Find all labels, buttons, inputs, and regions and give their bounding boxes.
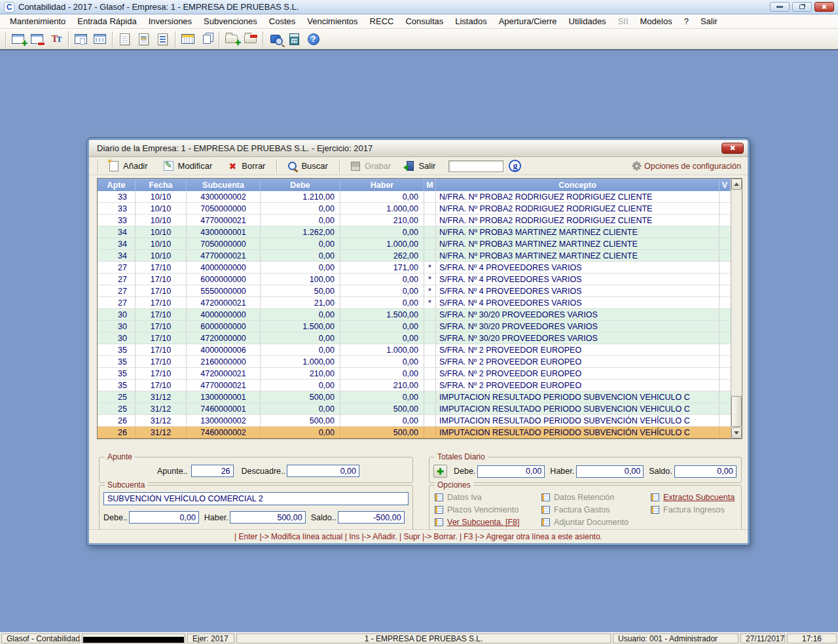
menu-item[interactable]: Salir	[695, 14, 723, 28]
table-row[interactable]: 30 17/10 4720000000 0,00 0,00 S/FRA. Nº …	[98, 332, 731, 344]
apunte-input[interactable]	[191, 465, 234, 477]
table-row[interactable]: 25 31/12 1300000001 500,00 0,00 IMPUTACI…	[98, 391, 731, 403]
option-item[interactable]: Plazos Vencimiento	[435, 503, 541, 516]
document-list-icon[interactable]	[115, 30, 134, 48]
scroll-down-button[interactable]	[731, 427, 742, 438]
config-options-button[interactable]: Opciones de configuración	[633, 162, 741, 171]
table-row[interactable]: 35 17/10 4770000021 0,00 210,00 S/FRA. N…	[98, 380, 731, 391]
modify-button[interactable]: Modificar	[156, 158, 221, 174]
column-header-m[interactable]: M	[424, 179, 436, 191]
table-row[interactable]: 26 31/12 1300000002 500,00 0,00 IMPUTACI…	[98, 415, 731, 427]
close-button[interactable]: ✖	[814, 2, 834, 12]
column-header-haber[interactable]: Haber	[340, 179, 424, 191]
window-document-icon[interactable]	[71, 30, 90, 48]
menu-item[interactable]: Apertura/Cierre	[493, 14, 563, 28]
column-header-concepto[interactable]: Concepto	[436, 179, 720, 191]
option-item[interactable]: Ver Subcuenta. [F8]	[435, 516, 541, 528]
table-row[interactable]: 26 31/12 7460000002 0,00 500,00 IMPUTACI…	[98, 427, 731, 438]
table-row[interactable]: 35 17/10 4720000021 210,00 0,00 S/FRA. N…	[98, 368, 731, 380]
table-row[interactable]: 34 10/10 7050000000 0,00 1.000,00 N/FRA.…	[98, 238, 731, 250]
table-row[interactable]: 34 10/10 4770000021 0,00 262,00 N/FRA. N…	[98, 250, 731, 262]
copy-icon[interactable]	[197, 30, 216, 48]
menu-item[interactable]: Utilidades	[563, 14, 612, 28]
quick-search-box[interactable]	[448, 160, 503, 172]
menu-item[interactable]: SII	[612, 14, 634, 28]
table-row[interactable]: 33 10/10 4770000021 0,00 210,00 N/FRA. N…	[98, 215, 731, 226]
column-header-debe[interactable]: Debe	[261, 179, 340, 191]
add-record-icon	[109, 161, 118, 171]
search-book-icon[interactable]	[266, 30, 285, 48]
subcuenta-debe-input[interactable]	[129, 511, 199, 524]
new-window-icon[interactable]	[9, 30, 27, 48]
menu-item[interactable]: Inversiones	[143, 14, 198, 28]
menu-item[interactable]: Costes	[263, 14, 301, 28]
help-icon[interactable]: ?	[304, 30, 323, 48]
option-item[interactable]: Factura Ingresos	[651, 503, 738, 516]
option-item[interactable]: Datos Iva	[435, 491, 541, 503]
scroll-up-button[interactable]	[731, 179, 742, 190]
table-row[interactable]: 34 10/10 4300000001 1.262,00 0,00 N/FRA.…	[98, 226, 731, 238]
table-row[interactable]: 30 17/10 4000000000 0,00 1.500,00 S/FRA.…	[98, 309, 731, 321]
calculator-icon[interactable]	[285, 30, 304, 48]
cell-apte: 35	[98, 344, 136, 355]
table-row[interactable]: 27 17/10 4000000000 0,00 171,00 * S/FRA.…	[98, 262, 731, 274]
menu-item[interactable]: Subvenciones	[198, 14, 263, 28]
subcuenta-name-input[interactable]	[103, 492, 409, 505]
table-row[interactable]: 30 17/10 6000000000 1.500,00 0,00 S/FRA.…	[98, 321, 731, 332]
menu-item[interactable]: Listados	[449, 14, 492, 28]
table-row[interactable]: 25 31/12 7460000001 0,00 500,00 IMPUTACI…	[98, 403, 731, 415]
folder-add-icon[interactable]	[222, 30, 241, 48]
journal-table: Apte Fecha Subcuenta Debe Haber M Concep…	[97, 178, 742, 439]
document-preview-icon[interactable]	[134, 30, 153, 48]
table-row[interactable]: 35 17/10 2160000000 1.000,00 0,00 S/FRA.…	[98, 356, 731, 368]
subcuenta-saldo-input[interactable]	[338, 511, 405, 524]
save-button[interactable]: Grabar	[343, 158, 399, 174]
column-header-v[interactable]: V	[720, 179, 731, 191]
menu-item[interactable]: Mantenimiento	[4, 14, 71, 28]
search-button[interactable]: Buscar	[280, 158, 335, 174]
vertical-scrollbar[interactable]	[731, 179, 742, 438]
restore-button[interactable]	[792, 2, 812, 12]
table-row[interactable]: 27 17/10 4720000021 21,00 0,00 * S/FRA. …	[98, 297, 731, 309]
close-window-icon[interactable]	[27, 30, 46, 48]
option-item[interactable]: Datos Retención	[541, 491, 651, 503]
column-header-apte[interactable]: Apte	[98, 179, 136, 191]
cell-debe: 0,00	[261, 403, 340, 414]
table-row[interactable]: 27 17/10 5550000000 50,00 0,00 * S/FRA. …	[98, 285, 731, 297]
menu-item[interactable]: Consultas	[399, 14, 449, 28]
menu-item[interactable]: Vencimientos	[301, 14, 363, 28]
cell-haber: 0,00	[340, 285, 424, 296]
dialog-close-button[interactable]: ✖	[721, 143, 744, 154]
add-button[interactable]: Añadir	[101, 158, 156, 174]
option-item[interactable]: Factura Gastos	[541, 503, 651, 516]
font-icon[interactable]: TT	[46, 30, 65, 48]
minimize-button[interactable]	[770, 2, 790, 12]
totales-saldo-input[interactable]	[674, 465, 737, 478]
menu-item[interactable]: ?	[678, 14, 695, 28]
table-row[interactable]: 33 10/10 7050000000 0,00 1.000,00 N/FRA.…	[98, 203, 731, 215]
option-item[interactable]: Extracto Subcuenta	[651, 491, 738, 503]
descuadre-input[interactable]	[287, 465, 359, 477]
window-grid-icon[interactable]	[90, 30, 109, 48]
table-row[interactable]: 33 10/10 4300000002 1.210,00 0,00 N/FRA.…	[98, 191, 731, 203]
column-header-fecha[interactable]: Fecha	[136, 179, 187, 191]
option-item[interactable]: Adjuntar Documento	[541, 516, 651, 528]
glasof-logo-icon: g	[509, 160, 521, 172]
document-text-icon[interactable]	[153, 30, 172, 48]
menu-item[interactable]: RECC	[364, 14, 400, 28]
delete-button[interactable]: ✖ Borrar	[220, 158, 273, 174]
menu-item[interactable]: Modelos	[634, 14, 678, 28]
subcuenta-haber-input[interactable]	[230, 511, 306, 524]
add-totals-button[interactable]: ✚	[433, 465, 447, 478]
calendar-table-icon[interactable]	[178, 30, 197, 48]
subcuenta-haber-label: Haber.	[204, 513, 228, 522]
exit-button[interactable]: Salir	[399, 158, 443, 174]
table-row[interactable]: 27 17/10 6000000000 100,00 0,00 * S/FRA.…	[98, 274, 731, 285]
column-header-subcuenta[interactable]: Subcuenta	[187, 179, 261, 191]
scroll-thumb[interactable]	[731, 396, 742, 427]
totales-haber-input[interactable]	[576, 465, 644, 478]
folder-remove-icon[interactable]	[241, 30, 260, 48]
menu-item[interactable]: Entrada Rápida	[71, 14, 142, 28]
table-row[interactable]: 35 17/10 4000000006 0,00 1.000,00 S/FRA.…	[98, 344, 731, 356]
totales-debe-input[interactable]	[477, 465, 545, 478]
